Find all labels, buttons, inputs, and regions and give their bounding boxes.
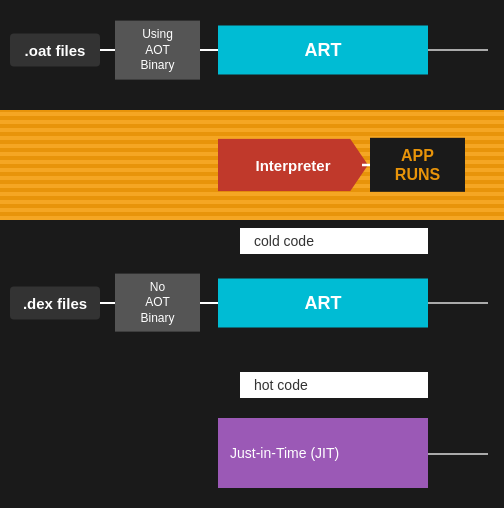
arrow-aot-to-art-top-icon [200, 49, 220, 51]
bottom-section: .dex files No AOT Binary ART [0, 260, 504, 345]
no-aot-binary-box: No AOT Binary [115, 273, 200, 332]
diagram: .oat files Using AOT Binary ART Interpre… [0, 0, 504, 508]
interpreter-box: Interpreter [218, 139, 368, 192]
line-dex-right-icon [428, 302, 488, 304]
oat-files-label: .oat files [10, 34, 100, 67]
jit-line-icon [428, 453, 488, 455]
middle-section: Interpreter APP RUNS [0, 110, 504, 220]
using-aot-binary-box: Using AOT Binary [115, 21, 200, 80]
line-art-top-icon [428, 49, 488, 51]
art-box-bottom: ART [218, 278, 428, 327]
jit-label: Just-in-Time (JIT) [230, 445, 339, 461]
art-box-top: ART [218, 26, 428, 75]
arrow-aot-to-art-bottom-icon [200, 302, 220, 304]
hot-code-label: hot code [240, 372, 428, 398]
dex-files-label: .dex files [10, 286, 100, 319]
top-section: .oat files Using AOT Binary ART [0, 10, 504, 90]
jit-section: Just-in-Time (JIT) [218, 418, 428, 488]
cold-code-label: cold code [240, 228, 428, 254]
app-runs-box: APP RUNS [370, 138, 465, 192]
